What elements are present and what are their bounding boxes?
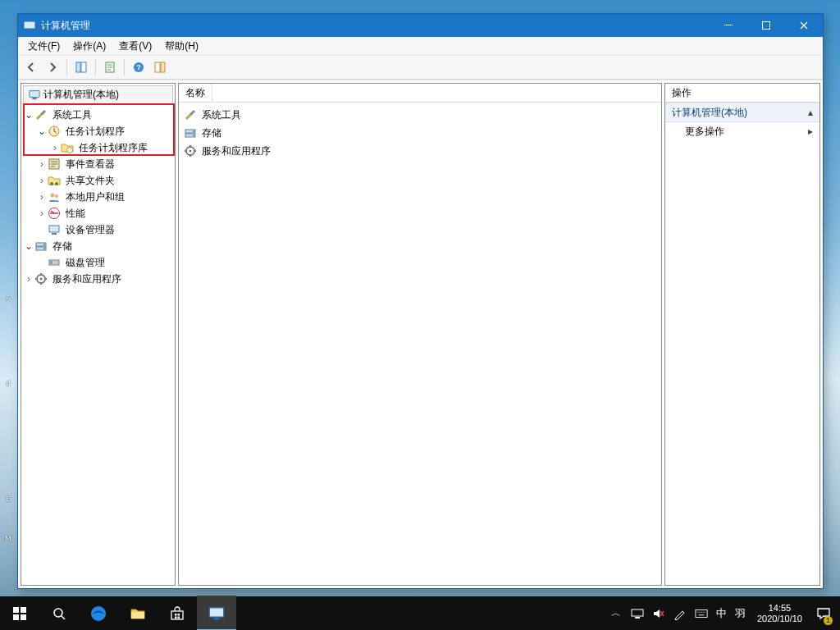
tree-node-shared-folders[interactable]: › 共享文件夹 (23, 172, 173, 189)
tree-node-task-scheduler-library[interactable]: › 任务计划程序库 (23, 139, 173, 156)
tools-icon (184, 108, 197, 121)
console-tree[interactable]: ⌄ 系统工具 ⌄ 任务计划程序 › 任务计划程序库 (21, 103, 175, 585)
chevron-right-icon[interactable]: › (27, 274, 30, 284)
svg-point-36 (193, 135, 194, 136)
chevron-right-icon[interactable]: › (53, 143, 57, 153)
svg-rect-2 (724, 25, 733, 25)
result-list-pane: 名称 系统工具 存储 服务和应用程序 (178, 83, 662, 586)
chevron-down-icon[interactable]: ⌄ (25, 110, 33, 120)
list-item-storage[interactable]: 存储 (184, 124, 656, 142)
tree-node-device-manager[interactable]: 设备管理器 (23, 221, 173, 238)
svg-rect-1 (27, 30, 32, 31)
chevron-right-icon[interactable]: › (40, 159, 43, 169)
tree-node-disk-management[interactable]: 磁盘管理 (23, 254, 173, 271)
menu-file[interactable]: 文件(F) (21, 37, 66, 55)
column-name[interactable]: 名称 (179, 84, 212, 102)
list-column-header[interactable]: 名称 (179, 84, 661, 103)
tree-label: 任务计划程序 (64, 124, 126, 139)
show-hide-tree-button[interactable] (71, 57, 91, 77)
tree-node-storage[interactable]: ⌄ 存储 (23, 238, 173, 254)
list-item-label: 系统工具 (202, 108, 241, 122)
ime-indicator[interactable]: 中 (716, 607, 727, 620)
system-tray[interactable]: ︿ 中 羽 (603, 596, 752, 630)
svg-point-25 (43, 244, 45, 245)
svg-point-16 (50, 182, 53, 185)
disk-icon (48, 256, 61, 269)
tree-root-label: 计算机管理(本地) (43, 88, 119, 102)
svg-rect-30 (57, 261, 58, 264)
svg-rect-9 (155, 62, 160, 72)
show-hide-action-pane-button[interactable] (150, 57, 170, 77)
back-button[interactable] (21, 57, 41, 77)
tree-label: 性能 (64, 206, 87, 221)
svg-point-32 (40, 278, 43, 281)
tray-keyboard-icon[interactable] (695, 607, 708, 620)
taskbar[interactable]: ︿ 中 羽 14:55 2020/10/10 1 (0, 596, 840, 630)
start-button[interactable] (0, 596, 39, 630)
chevron-right-icon[interactable]: › (40, 192, 43, 202)
taskbar-computer-management[interactable] (197, 596, 236, 630)
actions-section-heading[interactable]: 计算机管理(本地) ▴ (665, 103, 819, 122)
users-icon (48, 190, 61, 203)
help-button[interactable]: ? (129, 57, 148, 77)
svg-point-17 (55, 182, 58, 185)
svg-rect-55 (696, 609, 707, 617)
close-button[interactable] (785, 14, 823, 37)
svg-rect-11 (30, 91, 39, 98)
svg-rect-53 (632, 609, 643, 616)
chevron-right-icon[interactable]: › (40, 208, 43, 218)
taskbar-edge[interactable] (79, 596, 118, 630)
tree-node-services-apps[interactable]: › 服务和应用程序 (23, 271, 173, 287)
actions-item-more[interactable]: 更多操作 ▸ (665, 122, 819, 140)
svg-rect-29 (53, 261, 56, 264)
forward-button[interactable] (43, 57, 62, 77)
tray-display-icon[interactable] (631, 607, 644, 620)
tree-node-event-viewer[interactable]: › 事件查看器 (23, 156, 173, 172)
result-list[interactable]: 系统工具 存储 服务和应用程序 (179, 103, 661, 163)
tree-label: 磁盘管理 (64, 255, 107, 271)
tray-pen-icon[interactable] (673, 607, 687, 620)
tray-volume-muted-icon[interactable] (652, 607, 665, 620)
chevron-down-icon[interactable]: ⌄ (25, 241, 33, 251)
menu-help[interactable]: 帮助(H) (158, 37, 205, 55)
shared-folder-icon (48, 174, 61, 187)
toolbar-separator (95, 59, 96, 75)
svg-point-18 (51, 194, 55, 198)
svg-point-19 (55, 194, 58, 198)
properties-button[interactable] (100, 57, 120, 77)
tray-overflow-icon[interactable]: ︿ (609, 607, 623, 620)
taskbar-store[interactable] (158, 596, 197, 630)
event-viewer-icon (48, 158, 61, 171)
search-button[interactable] (39, 596, 79, 630)
taskbar-clock[interactable]: 14:55 2020/10/10 (752, 603, 807, 624)
tree-node-system-tools[interactable]: ⌄ 系统工具 (23, 107, 173, 123)
svg-rect-51 (209, 607, 224, 616)
titlebar[interactable]: 计算机管理 (18, 14, 823, 37)
tree-label: 系统工具 (51, 107, 94, 123)
tree-node-task-scheduler[interactable]: ⌄ 任务计划程序 (23, 123, 173, 139)
tree-node-local-users-groups[interactable]: › 本地用户和组 (23, 189, 173, 205)
chevron-right-icon[interactable]: › (40, 176, 43, 185)
svg-rect-5 (81, 62, 86, 72)
list-item-system-tools[interactable]: 系统工具 (184, 106, 656, 124)
chevron-up-icon[interactable]: ▴ (808, 107, 813, 118)
window-controls (710, 14, 823, 37)
svg-rect-48 (178, 614, 180, 616)
actions-pane-header: 操作 (665, 84, 819, 103)
menu-view[interactable]: 查看(V) (112, 37, 158, 55)
svg-rect-10 (161, 62, 165, 72)
clock-time: 14:55 (769, 603, 792, 614)
minimize-button[interactable] (710, 14, 747, 37)
desktop-icon-fragment: E (0, 495, 16, 503)
list-item-services-apps[interactable]: 服务和应用程序 (184, 142, 656, 160)
ime-mode-indicator[interactable]: 羽 (735, 607, 746, 620)
maximize-button[interactable] (747, 14, 785, 37)
action-center-button[interactable]: 1 (807, 596, 840, 630)
svg-rect-47 (175, 614, 177, 616)
tree-node-performance[interactable]: › 性能 (23, 205, 173, 221)
taskbar-file-explorer[interactable] (118, 596, 158, 630)
tree-root-tab[interactable]: 计算机管理(本地) (23, 85, 173, 103)
chevron-down-icon[interactable]: ⌄ (38, 126, 46, 136)
menu-action[interactable]: 操作(A) (66, 37, 112, 55)
svg-rect-41 (13, 614, 19, 620)
